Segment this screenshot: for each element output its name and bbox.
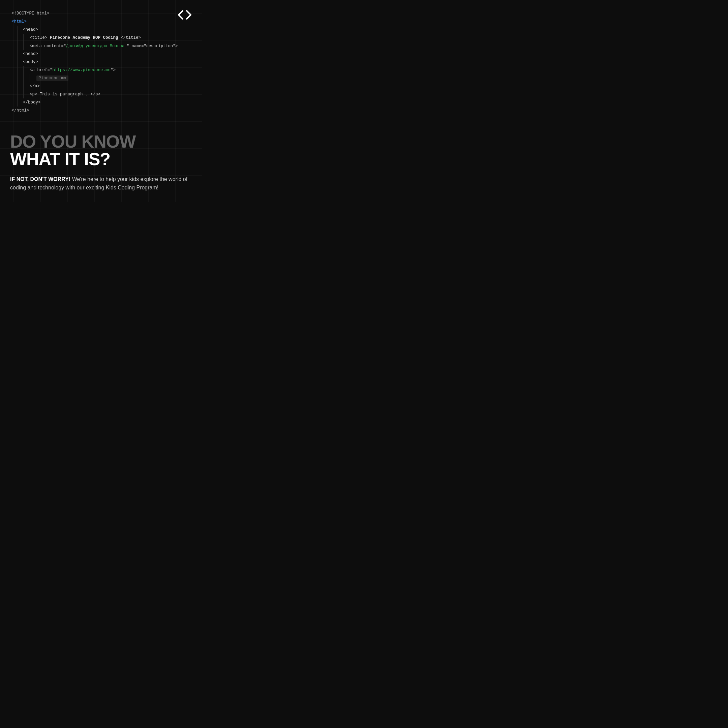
headline-line1: DO YOU KNOW bbox=[10, 133, 192, 150]
code-line-body-open: <body> bbox=[18, 58, 192, 66]
code-line-html-close: </html> bbox=[10, 107, 192, 115]
code-line-head-open: <head> bbox=[18, 26, 192, 34]
code-line-html: <html> bbox=[10, 18, 192, 26]
head-inner-group: <title> Pinecone Academy HOP Coding </ti… bbox=[18, 34, 192, 50]
description-text: IF NOT, DON'T WORRY! We're here to help … bbox=[10, 175, 192, 192]
bottom-section: DO YOU KNOW WHAT IT IS? IF NOT, DON'T WO… bbox=[10, 126, 192, 192]
body-inner-group: <a href="https://www.pinecone.mn"> Pinec… bbox=[18, 66, 192, 98]
href-green: https://www.pinecone.mn bbox=[53, 68, 111, 72]
main-container: <!DOCTYPE html> <html> <head> bbox=[0, 0, 202, 202]
code-line-title: <title> Pinecone Academy HOP Coding </ti… bbox=[24, 34, 192, 42]
code-display: <!DOCTYPE html> <html> <head> bbox=[10, 9, 192, 115]
code-line-a-close: </a> bbox=[24, 82, 192, 90]
code-line-meta: <meta content="Дэлхийд үнэлэгдэх Монгол … bbox=[24, 42, 192, 50]
doctype-text: <!DOCTYPE html> bbox=[10, 11, 49, 16]
description-bold: IF NOT, DON'T WORRY! bbox=[10, 176, 70, 182]
code-line-head-close: <head> bbox=[18, 50, 192, 58]
anchor-inner-group: Pinecone.mn bbox=[24, 74, 192, 82]
logo-area bbox=[177, 9, 192, 23]
code-line-a-open: <a href="https://www.pinecone.mn"> bbox=[24, 66, 192, 74]
code-line-body-close: </body> bbox=[18, 98, 192, 107]
html-tag: <html> bbox=[10, 19, 27, 24]
headline-line2: WHAT IT IS? bbox=[10, 150, 192, 168]
code-line-doctype: <!DOCTYPE html> bbox=[10, 9, 192, 18]
meta-green-text: Дэлхийд үнэлэгдэх Монгол bbox=[66, 44, 124, 49]
code-line-paragraph: <p> This is paragraph...</p> bbox=[24, 90, 192, 98]
title-highlight: Pinecone Academy HOP Coding bbox=[50, 35, 118, 40]
pinecone-label: Pinecone.mn bbox=[37, 75, 69, 81]
code-line-pinecone: Pinecone.mn bbox=[37, 74, 192, 82]
code-brackets-icon bbox=[177, 9, 192, 21]
html-body-group: <head> <title> Pinecone Academy HOP Codi… bbox=[10, 26, 192, 107]
